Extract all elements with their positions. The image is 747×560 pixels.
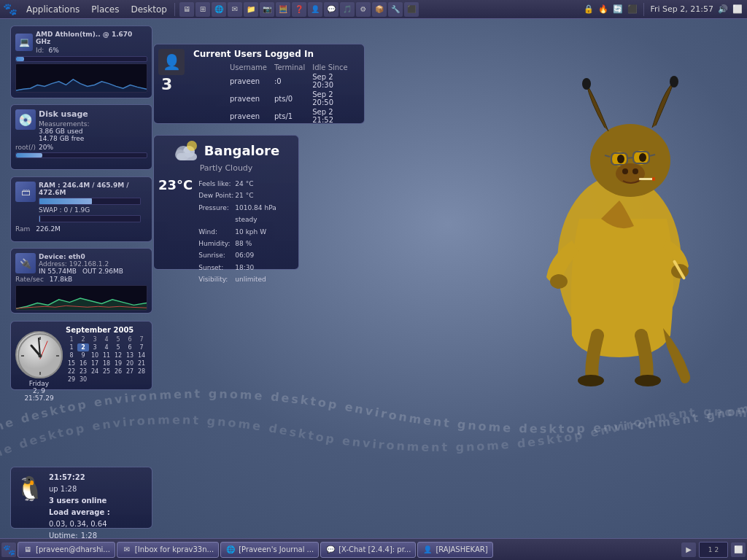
users-count: 3 <box>161 75 172 93</box>
gnu-mascot <box>499 29 732 408</box>
svg-line-12 <box>627 158 633 158</box>
calc-icon[interactable]: 🧮 <box>276 2 290 17</box>
users-title: Current Users Logged In <box>193 49 360 59</box>
menu-places[interactable]: Places <box>85 0 125 18</box>
user-term-1: :0 <box>274 73 311 89</box>
weather-details-table: Feels like:24 °C Dew Point:21 °C Pressur… <box>197 177 277 287</box>
weather-humidity: 88 % <box>235 238 276 249</box>
sysinfo-time: 21:57:22 <box>49 472 110 483</box>
user-idle-1: Sep 2 20:30 <box>312 73 358 89</box>
disk-icon: 💿 <box>15 109 36 130</box>
disk-path: root(/) <box>15 144 36 151</box>
person-icon[interactable]: 👤 <box>308 2 322 17</box>
svg-point-15 <box>616 163 645 184</box>
weather-feels: 24 °C <box>235 179 276 189</box>
tray-end-icon[interactable]: ⬜ <box>731 542 746 557</box>
file-icon[interactable]: 📁 <box>244 2 258 17</box>
col-idle-since: Idle Since <box>312 63 358 71</box>
net-icon[interactable]: 🔒 <box>584 4 594 14</box>
sysinfo-users: 3 users online <box>49 495 110 507</box>
menu-items: Applications Places Desktop <box>20 0 173 18</box>
menu-desktop[interactable]: Desktop <box>125 0 173 18</box>
ram-label: Ram <box>15 225 30 233</box>
weather-visibility: unlimited <box>235 274 276 284</box>
weather-description: Partly Cloudy <box>158 163 294 173</box>
apps-icon[interactable]: 📦 <box>372 2 387 17</box>
weather-sunset: 18:30 <box>235 262 276 273</box>
taskbar-btn-xchat[interactable]: 💬 [X-Chat [2.4.4]: pr... <box>320 542 416 558</box>
music-icon[interactable]: 🎵 <box>340 2 355 17</box>
journal-btn-icon: 🌐 <box>225 545 236 555</box>
disk-used: 3.86 GB used <box>39 128 147 135</box>
svg-point-6 <box>612 152 627 166</box>
user-idle-3: Sep 2 21:52 <box>312 108 358 124</box>
taskbar-btn-rajashekar[interactable]: 👤 [RAJASHEKAR] <box>417 542 492 558</box>
svg-point-3 <box>590 124 670 197</box>
screenshot-icon[interactable]: 📷 <box>260 2 274 17</box>
cal-week4: 22 23 24 25 26 27 28 <box>66 368 147 376</box>
datetime-label: Fri Sep 2, 21:57 <box>650 4 713 14</box>
weather-wind: 10 kph W <box>235 227 276 237</box>
desktop: 🐾 Applications Places Desktop 🖥 ⊞ 🌐 ✉ 📁 … <box>0 0 747 560</box>
network-widget: 🔌 Device: eth0 Address: 192.168.1.2 IN 5… <box>10 248 152 314</box>
battery-icon: ⬛ <box>627 4 638 14</box>
sysinfo-load-label: Load average : <box>49 507 110 518</box>
ram-title: RAM : 246.4M / 465.9M / 472.6M <box>39 182 147 196</box>
svg-point-17 <box>632 168 638 174</box>
user-term-2: pts/0 <box>274 90 311 106</box>
cpu-label: Id: <box>36 47 44 54</box>
disk-free: 14.78 GB free <box>39 135 147 142</box>
users-widget: 👤 3 Current Users Logged In Username Ter… <box>153 44 365 124</box>
control-icon[interactable]: ⚙ <box>356 2 371 17</box>
disk-widget: 💿 Disk usage Measurements: 3.86 GB used … <box>10 104 152 170</box>
calendar-time: 21:57.29 <box>24 394 53 402</box>
browser-icon[interactable]: 🌐 <box>212 2 226 17</box>
volume-icon[interactable]: 🔊 <box>718 4 728 14</box>
svg-point-24 <box>635 375 661 386</box>
svg-point-5 <box>670 76 678 88</box>
chat-icon[interactable]: 💬 <box>324 2 338 17</box>
cpu-bar <box>16 57 24 61</box>
update-icon[interactable]: 🔄 <box>613 4 623 14</box>
svg-rect-11 <box>633 152 649 163</box>
weather-pressure: 1010.84 hPa <box>235 203 276 213</box>
svg-point-8 <box>617 155 624 163</box>
taskbar-btn-journal[interactable]: 🌐 [Praveen's Journal ... <box>220 542 319 558</box>
net-graph <box>15 285 147 311</box>
svg-point-21 <box>671 264 689 279</box>
terminal-icon[interactable]: ⬛ <box>404 2 419 17</box>
workspace-indicator[interactable]: 1 2 <box>699 542 728 558</box>
fullscreen-icon[interactable]: ⬜ <box>732 4 743 14</box>
svg-line-14 <box>649 155 655 156</box>
svg-point-44 <box>187 141 197 151</box>
disk-progress <box>15 152 147 158</box>
gnome-foot-icon[interactable]: 🐾 <box>3 2 18 16</box>
taskbar-btn-terminal[interactable]: 🖥 [praveen@dharshi... <box>18 542 115 558</box>
taskbar-top-right: 🔒 🔥 🔄 ⬛ Fri Sep 2, 21:57 🔊 ⬜ <box>584 3 747 16</box>
swap-bar-container <box>39 215 141 222</box>
svg-point-20 <box>550 274 568 289</box>
svg-point-2 <box>557 175 681 350</box>
tray-arrow-icon[interactable]: ▶ <box>681 542 696 557</box>
ram-widget: 🗃 RAM : 246.4M / 465.9M / 472.6M SWAP : … <box>10 176 152 242</box>
window-icon[interactable]: ⊞ <box>196 2 210 17</box>
taskbar-btn-rajashekar-label: [RAJASHEKAR] <box>436 545 487 553</box>
fire-icon[interactable]: 🔥 <box>598 4 608 14</box>
swap-title: SWAP : 0 / 1.9G <box>39 206 147 214</box>
settings-icon[interactable]: 🔧 <box>388 2 403 17</box>
users-table: Username Terminal Idle Since praveen :0 … <box>228 62 360 125</box>
user-idle-2: Sep 2 20:50 <box>312 90 358 106</box>
taskbar-btn-terminal-label: [praveen@dharshi... <box>36 545 110 553</box>
taskbar-btn-inbox[interactable]: ✉ [Inbox for kprav33n... <box>117 542 219 558</box>
svg-rect-19 <box>652 177 655 181</box>
ram-bar <box>39 198 92 204</box>
taskbar-gnome-icon[interactable]: 🐾 <box>1 542 16 557</box>
sysinfo-text: 21:57:22 up 1:28 3 users online Load ave… <box>49 472 110 524</box>
email-icon[interactable]: ✉ <box>228 2 242 17</box>
menu-applications[interactable]: Applications <box>20 0 85 18</box>
weather-city: Bangalore <box>204 143 279 158</box>
cal-week3: 15 16 17 18 19 20 21 <box>66 359 147 368</box>
inbox-btn-icon: ✉ <box>122 545 132 555</box>
help-icon[interactable]: ❓ <box>292 2 306 17</box>
monitor-icon[interactable]: 🖥 <box>179 2 194 17</box>
